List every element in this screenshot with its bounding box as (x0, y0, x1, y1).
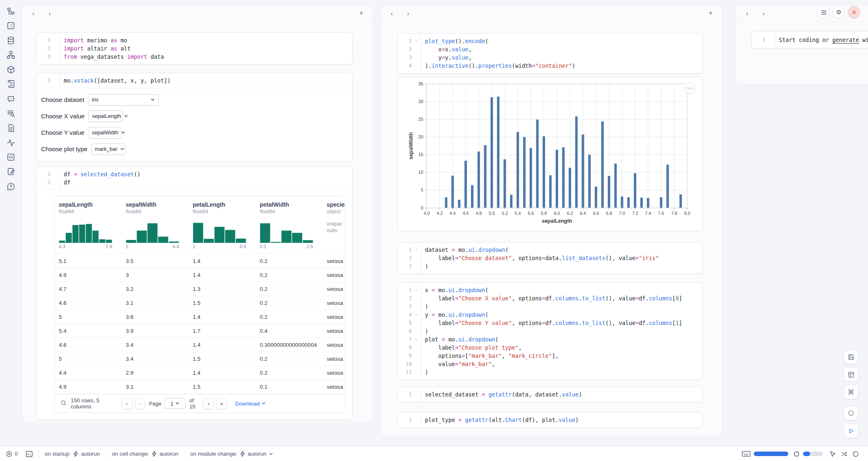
svg-text:8.0: 8.0 (684, 211, 690, 216)
dropdown-select-plot[interactable]: mark_bar (91, 143, 126, 155)
cell-selected-dataset[interactable]: 1selected_dataset = getattr(data, datase… (397, 387, 703, 402)
run-stale-button[interactable] (844, 406, 858, 420)
table-column-header[interactable]: sepalLengthfloat644.37.9 (55, 201, 122, 251)
prev-page-button[interactable]: ‹ (135, 398, 145, 409)
cell-imports[interactable]: 1import marimo as mo2import altair as al… (36, 32, 353, 65)
next-page-button[interactable]: › (203, 398, 214, 409)
first-page-button[interactable]: « (122, 398, 132, 409)
help-bubble-nav[interactable] (6, 182, 15, 191)
code-editor[interactable]: 1x = mo.ui.dropdown(2 label="Choose X va… (398, 283, 702, 380)
dependency-graph-nav[interactable] (6, 51, 15, 60)
table-cell: 4.9 (55, 268, 122, 282)
table-column-header[interactable]: sepalWidthfloat6424.4 (122, 201, 189, 251)
layout-toggle-button[interactable] (844, 367, 858, 382)
text-search-nav[interactable] (6, 109, 15, 118)
memory-usage-bar[interactable] (754, 452, 788, 456)
document-nav[interactable] (6, 123, 15, 132)
cpu-usage-bar[interactable] (803, 452, 823, 456)
fold-chevron-icon[interactable] (412, 286, 421, 294)
last-page-button[interactable]: » (216, 398, 227, 409)
table-cell: 5 (55, 310, 122, 324)
cpu-button[interactable] (793, 451, 800, 457)
keyboard-icon (742, 451, 750, 457)
table-row: 5.13.51.40.2setosa (55, 254, 345, 268)
chevron-right-icon[interactable]: › (403, 8, 413, 18)
line-number: 1 (752, 35, 766, 45)
svg-text:4.4: 4.4 (450, 211, 456, 216)
error-count[interactable]: 0 (6, 451, 18, 457)
ai-assist-button[interactable] (829, 451, 836, 457)
file-tree-icon (7, 7, 15, 16)
generate-link[interactable]: generate (832, 37, 859, 43)
chat-bot-nav[interactable] (6, 94, 15, 103)
save-button[interactable] (844, 350, 858, 364)
keyboard-shortcuts-button[interactable]: ⌘ (844, 385, 858, 399)
close-button[interactable] (848, 6, 860, 18)
code-line: 1df = selected_dataset() (37, 170, 352, 178)
svg-text:35: 35 (418, 81, 423, 86)
package-box-nav[interactable] (6, 65, 15, 74)
keyboard-button[interactable] (742, 451, 750, 457)
editor-placeholder[interactable]: Start coding or generate with (775, 35, 868, 45)
history-button[interactable] (852, 451, 859, 457)
fold-chevron-icon[interactable] (412, 335, 421, 343)
database-nav[interactable] (6, 36, 15, 45)
runtime-config-module-change[interactable]: on module change:autorun (190, 451, 274, 457)
code-editor[interactable]: 1import marimo as mo2import altair as al… (37, 33, 352, 64)
table-column-header[interactable]: speciesobjectunique:nulls: (323, 201, 345, 251)
cell-plot-code[interactable]: 1plot_type().encode(2 x=x.value,3 y=y.va… (397, 33, 703, 74)
menu-button[interactable] (817, 6, 830, 18)
code-editor[interactable]: 1plot_type().encode(2 x=x.value,3 y=y.va… (398, 34, 702, 73)
search-icon[interactable] (60, 400, 67, 408)
scratchpad-nav[interactable] (6, 167, 15, 176)
function-square-nav[interactable]: f (6, 21, 15, 30)
terminal-button[interactable] (25, 451, 33, 457)
page-select[interactable]: 1 (164, 398, 186, 409)
download-button[interactable]: Download (235, 401, 266, 407)
code-editor[interactable]: 1mo.vstack([dataset, x, y, plot]) (37, 73, 352, 88)
chevron-left-icon[interactable]: ‹ (28, 8, 39, 18)
table-column-header[interactable]: petalLengthfloat6416.9 (189, 201, 256, 251)
cell-dataset-dropdown[interactable]: 1dataset = mo.ui.dropdown(2 label="Choos… (397, 242, 703, 274)
file-tree-nav[interactable] (6, 7, 15, 16)
code-editor[interactable]: 1plot_type = getattr(alt.Chart(df), plot… (398, 413, 702, 427)
run-button[interactable] (844, 424, 858, 438)
code-line: 1plot_type = getattr(alt.Chart(df), plot… (398, 416, 702, 424)
cell-dataframe[interactable]: 1df = selected_dataset()2df sepalLengthf… (36, 166, 353, 420)
chevron-right-icon[interactable]: › (758, 8, 769, 18)
code-editor[interactable]: 1df = selected_dataset()2df (37, 167, 352, 190)
runtime-config-cell-change[interactable]: on cell change:autorun (112, 451, 178, 457)
chevron-right-icon[interactable]: › (44, 8, 55, 18)
activity-nav[interactable] (6, 138, 15, 147)
table-cell: 1.4 (189, 254, 256, 268)
fold-chevron-icon[interactable] (412, 246, 421, 254)
chart-menu-button[interactable] (684, 82, 696, 94)
dropdown-row: Choose plot typemark_bar (41, 143, 346, 155)
add-cell-button[interactable]: + (356, 8, 367, 18)
code-editor[interactable]: 1dataset = mo.ui.dropdown(2 label="Choos… (398, 242, 702, 274)
column-type: float64 (126, 209, 189, 216)
fold-chevron-icon[interactable] (412, 37, 421, 45)
settings-button[interactable]: ⚙ (833, 6, 845, 18)
cell-scratch[interactable]: 1 Start coding or generate with (751, 31, 868, 48)
table-row: 4.931.40.2setosa (55, 268, 345, 282)
cell-plot-type[interactable]: 1plot_type = getattr(alt.Chart(df), plot… (397, 412, 703, 428)
code-editor[interactable]: 1selected_dataset = getattr(data, datase… (398, 387, 702, 402)
runtime-config-startup[interactable]: on startup:autorun (45, 451, 100, 457)
code-text: label="Choose plot type", (421, 343, 522, 352)
chevron-left-icon[interactable]: ‹ (386, 8, 397, 18)
fold-chevron-icon[interactable] (412, 311, 421, 319)
code-text: plot = mo.ui.dropdown( (421, 335, 499, 343)
dropdown-select-y[interactable]: sepalWidth (88, 127, 122, 138)
add-cell-button[interactable]: + (705, 8, 716, 18)
chevron-left-icon[interactable]: ‹ (742, 8, 753, 18)
scroll-log-nav[interactable] (6, 80, 15, 89)
dropdown-select-x[interactable]: sepalLength (88, 111, 123, 122)
cell-xyplot-dropdowns[interactable]: 1x = mo.ui.dropdown(2 label="Choose X va… (397, 282, 703, 380)
table-column-header[interactable]: petalWidthfloat640.12.5 (256, 201, 323, 251)
cell-vstack[interactable]: 1mo.vstack([dataset, x, y, plot]) Choose… (36, 73, 353, 161)
table-cell: 4.7 (55, 282, 122, 296)
code-snippet-nav[interactable] (6, 152, 15, 161)
shuffle-button[interactable] (841, 451, 847, 457)
dropdown-select-dataset[interactable]: iris (88, 94, 159, 106)
